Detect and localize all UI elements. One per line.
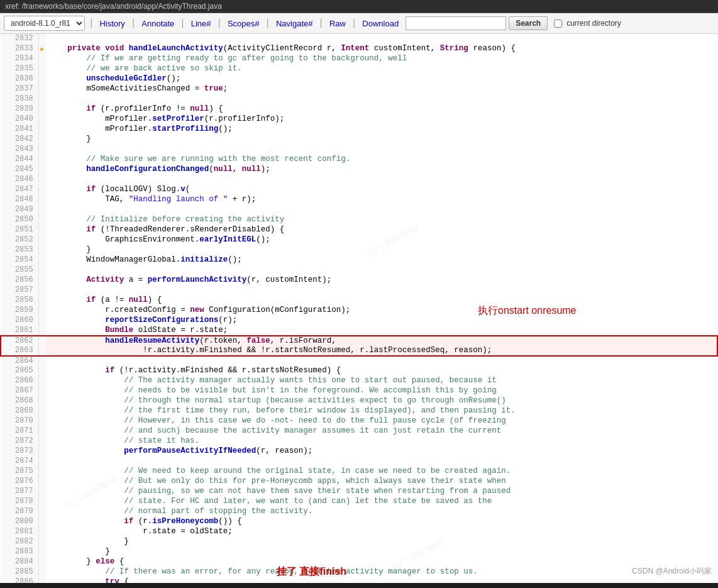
line-number: 2864 — [1, 356, 38, 366]
line-content: if (a != null) { — [46, 296, 717, 306]
line-bookmark — [38, 255, 46, 265]
line-content: Bundle oldState = r.state; — [46, 326, 717, 336]
line-number: 2870 — [1, 416, 38, 426]
line-content: GraphicsEnvironment.earlyInitEGL(); — [46, 235, 717, 245]
line-bookmark — [38, 195, 46, 205]
table-row: 2871 // and such) because the activity m… — [1, 426, 717, 436]
line-bookmark — [38, 175, 46, 185]
line-content: // But we only do this for pre-Honeycomb… — [46, 477, 717, 487]
line-content — [46, 94, 717, 104]
line-bookmark — [38, 577, 46, 583]
table-row: 2857 — [1, 286, 717, 296]
code-area: 马门 05878mo 马门 05878mo 马门 05878mo 马门 0587… — [0, 34, 718, 583]
nav-raw[interactable]: Raw — [328, 18, 348, 30]
line-bookmark — [38, 517, 46, 527]
line-content: // needs to be visible but isn't in the … — [46, 386, 717, 396]
line-content: mProfiler.startProfiling(); — [46, 125, 717, 135]
table-row: 2846 — [1, 175, 717, 185]
line-number: 2850 — [1, 215, 38, 225]
search-button[interactable]: Search — [509, 16, 548, 30]
table-row: 2858 if (a != null) { — [1, 296, 717, 306]
nav-navigate[interactable]: Navigate# — [274, 18, 315, 30]
line-content: unscheduleGcIdler(); — [46, 74, 717, 84]
line-bookmark — [38, 406, 46, 416]
table-row: 2848 TAG, "Handling launch of " + r); — [1, 195, 717, 205]
nav-line[interactable]: Line# — [189, 18, 213, 30]
table-row: 2885 // If there was an error, for any r… — [1, 567, 717, 577]
line-bookmark — [38, 507, 46, 517]
sep2: | — [130, 18, 137, 28]
line-content: if (!ThreadedRenderer.sRendererDisabled)… — [46, 225, 717, 235]
line-content: // Initialize before creating the activi… — [46, 215, 717, 225]
sep3: | — [179, 18, 186, 28]
line-bookmark — [38, 296, 46, 306]
nav-download[interactable]: Download — [360, 18, 400, 30]
line-bookmark — [38, 396, 46, 406]
line-number: 2841 — [1, 125, 38, 135]
table-row: 2837 mSomeActivitiesChanged = true; — [1, 84, 717, 94]
line-number: 2863 — [1, 346, 38, 356]
line-bookmark — [38, 336, 46, 346]
line-content: if (localLOGV) Slog.v( — [46, 185, 717, 195]
line-bookmark — [38, 165, 46, 175]
line-bookmark — [38, 557, 46, 567]
table-row: 2872 // state it has. — [1, 436, 717, 447]
table-row: 2875 // We need to keep around the origi… — [1, 467, 717, 477]
version-select[interactable]: android-8.1.0_r81 — [4, 16, 85, 31]
table-row: 2878 // state. For HC and later, we want… — [1, 497, 717, 507]
search-input[interactable] — [406, 16, 506, 30]
line-number: 2882 — [1, 537, 38, 547]
line-content — [46, 34, 717, 44]
line-bookmark — [38, 487, 46, 497]
table-row: 2845 handleConfigurationChanged(null, nu… — [1, 165, 717, 175]
line-bookmark — [38, 547, 46, 557]
nav-history[interactable]: History — [97, 18, 126, 30]
table-row: 2868 // through the normal startup (beca… — [1, 396, 717, 406]
line-number: 2862 — [1, 336, 38, 346]
table-row: 2884 } else { — [1, 557, 717, 567]
line-content: handleResumeActivity(r.token, false, r.i… — [46, 336, 717, 346]
line-bookmark — [38, 457, 46, 467]
line-number: 2860 — [1, 316, 38, 326]
table-row: 2866 // The activity manager actually wa… — [1, 376, 717, 386]
line-content: mSomeActivitiesChanged = true; — [46, 84, 717, 94]
current-directory-label: current directory — [566, 19, 621, 28]
line-bookmark — [38, 125, 46, 135]
line-number: 2839 — [1, 104, 38, 114]
table-row: 2883 } — [1, 547, 717, 557]
line-number: 2836 — [1, 74, 38, 84]
line-bookmark — [38, 84, 46, 94]
line-number: 2881 — [1, 527, 38, 537]
line-number: 2849 — [1, 205, 38, 215]
line-number: 2859 — [1, 306, 38, 316]
line-number: 2846 — [1, 175, 38, 185]
line-bookmark — [38, 54, 46, 64]
current-directory-checkbox[interactable] — [554, 19, 562, 28]
table-row: 2870 // However, in this case we do -not… — [1, 416, 717, 426]
table-row: 2835 // we are back active so skip it. — [1, 64, 717, 74]
line-number: 2833 — [1, 44, 38, 54]
table-row: 2836 unscheduleGcIdler(); — [1, 74, 717, 84]
nav-annotate[interactable]: Annotate — [140, 18, 176, 30]
line-content — [46, 265, 717, 275]
table-row: 2867 // needs to be visible but isn't in… — [1, 386, 717, 396]
title-bar: xref: /frameworks/base/core/java/android… — [0, 0, 718, 13]
line-number: 2842 — [1, 135, 38, 145]
line-content — [46, 145, 717, 155]
line-content: // normal part of stopping the activity. — [46, 507, 717, 517]
table-row: 2839 if (r.profilerInfo != null) { — [1, 104, 717, 114]
table-row: 2859 r.createdConfig = new Configuration… — [1, 306, 717, 316]
line-bookmark — [38, 567, 46, 577]
nav-scopes[interactable]: Scopes# — [226, 18, 262, 30]
line-bookmark — [38, 346, 46, 356]
line-number: 2883 — [1, 547, 38, 557]
line-number: 2837 — [1, 84, 38, 94]
line-bookmark — [38, 185, 46, 195]
line-content: if (!r.activity.mFinished && r.startsNot… — [46, 366, 717, 376]
line-content: } — [46, 245, 717, 255]
line-content: WindowManagerGlobal.initialize(); — [46, 255, 717, 265]
line-number: 2855 — [1, 265, 38, 275]
table-row: 2879 // normal part of stopping the acti… — [1, 507, 717, 517]
line-number: 2873 — [1, 447, 38, 457]
table-row: 2854 WindowManagerGlobal.initialize(); — [1, 255, 717, 265]
